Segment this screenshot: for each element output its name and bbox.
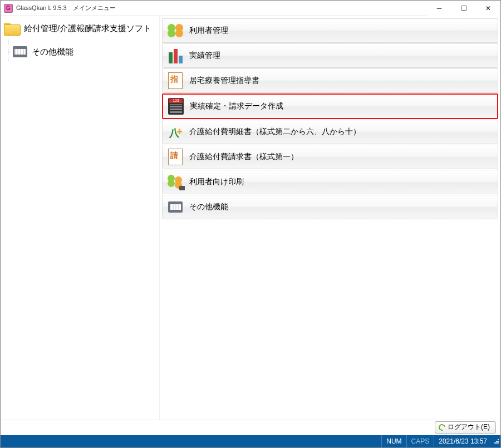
bars-icon	[166, 46, 185, 65]
status-datetime: 2021/6/23 13:57	[434, 435, 492, 447]
menu-item-label: その他機能	[189, 202, 228, 212]
menu-list: 利用者管理 実績管理 居宅療養管理指導書 実績確定・請求データ作成 介護給付費明…	[160, 16, 500, 420]
menu-item-home-care-guidance[interactable]: 居宅療養管理指導書	[162, 68, 498, 93]
menu-item-label: 実績管理	[189, 51, 220, 61]
app-icon: G	[4, 4, 13, 13]
tree-branch-line	[4, 43, 12, 61]
maximize-button[interactable]: ☐	[451, 1, 476, 16]
menu-item-other-functions[interactable]: その他機能	[162, 195, 498, 219]
menu-item-user-print[interactable]: 利用者向け印刷	[162, 170, 498, 194]
menu-item-label: 介護給付費請求書（様式第一）	[189, 152, 298, 162]
tree-child-item[interactable]: その他機能	[4, 43, 156, 61]
invoice-doc-icon	[166, 147, 185, 166]
menu-item-care-benefit-invoice[interactable]: 介護給付費請求書（様式第一）	[162, 145, 498, 169]
menu-item-billing-data-creation[interactable]: 実績確定・請求データ作成	[162, 93, 498, 119]
cabinet-icon	[166, 198, 185, 216]
window-title: GlassQkan L 9.5.3 メインメニュー	[16, 4, 116, 12]
cabinet-icon	[12, 45, 28, 58]
menu-item-performance-management[interactable]: 実績管理	[162, 43, 498, 68]
main-content: 給付管理/介護報酬請求支援ソフト その他機能 利用者管理 実績管理 居宅療養管理…	[1, 16, 500, 420]
users-icon	[166, 21, 185, 40]
care-detail-icon	[166, 122, 185, 141]
tree-node-label: 給付管理/介護報酬請求支援ソフト	[24, 23, 151, 34]
users-print-icon	[166, 173, 185, 191]
minimize-button[interactable]: ─	[427, 1, 451, 16]
menu-item-label: 利用者管理	[189, 26, 228, 36]
resize-grip[interactable]	[492, 439, 500, 444]
menu-item-label: 利用者向け印刷	[189, 177, 244, 187]
status-caps-indicator: CAPS	[406, 435, 434, 447]
window-titlebar: G GlassQkan L 9.5.3 メインメニュー ─ ☐ ✕	[1, 1, 500, 16]
guidance-doc-icon	[166, 71, 185, 90]
menu-item-label: 実績確定・請求データ作成	[190, 101, 283, 111]
logout-label: ログアウト(E)	[448, 422, 490, 432]
status-num-indicator: NUM	[381, 435, 406, 447]
menu-item-care-benefit-detail[interactable]: 介護給付費明細書（様式第二から六、八から十）	[162, 120, 498, 144]
tree-root-item[interactable]: 給付管理/介護報酬請求支援ソフト	[4, 19, 156, 37]
folder-icon	[4, 22, 21, 35]
bottom-toolbar: ログアウト(E)	[1, 420, 500, 435]
menu-item-user-management[interactable]: 利用者管理	[162, 18, 498, 43]
logout-icon	[438, 422, 446, 431]
status-bar: NUM CAPS 2021/6/23 13:57	[1, 435, 500, 447]
nav-tree: 給付管理/介護報酬請求支援ソフト その他機能	[1, 16, 160, 420]
logout-button[interactable]: ログアウト(E)	[435, 421, 496, 434]
calculator-icon	[166, 97, 185, 116]
close-button[interactable]: ✕	[476, 1, 500, 16]
menu-item-label: 居宅療養管理指導書	[189, 76, 259, 86]
menu-item-label: 介護給付費明細書（様式第二から六、八から十）	[189, 127, 361, 137]
tree-node-label: その他機能	[32, 47, 73, 57]
